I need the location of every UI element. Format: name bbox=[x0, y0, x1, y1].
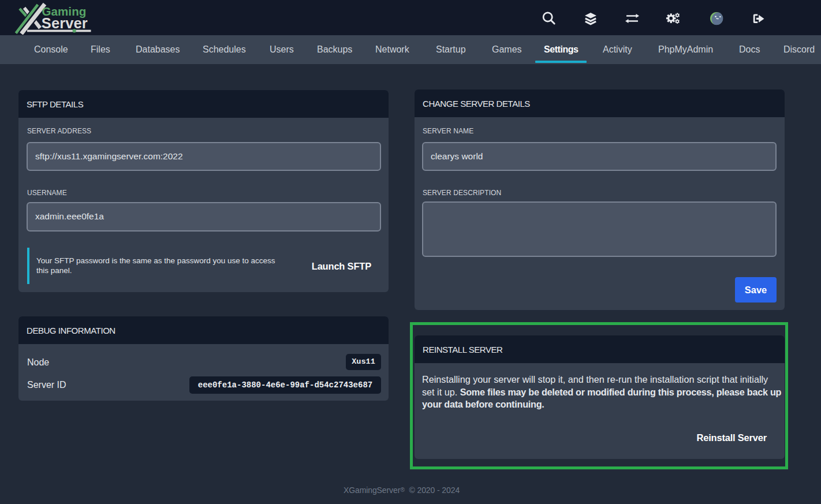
svg-text:Server: Server bbox=[42, 15, 88, 31]
